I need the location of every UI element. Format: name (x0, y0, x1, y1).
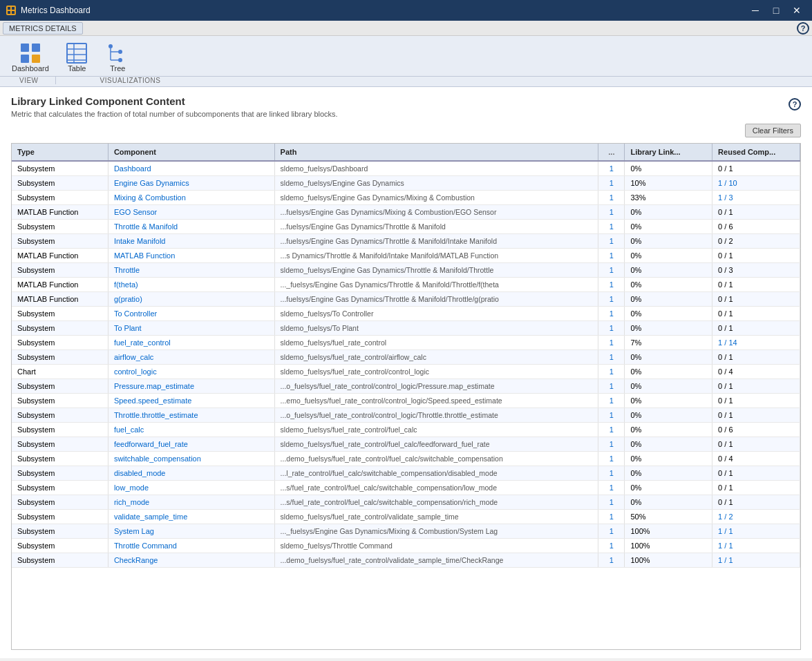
table-button[interactable]: Table (58, 39, 96, 76)
col-dots-header[interactable]: ... (598, 144, 625, 161)
maximize-button[interactable]: □ (766, 2, 786, 19)
cell-dots: 1 (598, 379, 625, 394)
cell-component[interactable]: fuel_calc (108, 423, 274, 437)
cell-component[interactable]: Throttle (108, 263, 274, 278)
component-link[interactable]: g(pratio) (114, 295, 142, 303)
cell-component[interactable]: low_mode (108, 481, 274, 495)
close-button[interactable]: ✕ (787, 2, 806, 19)
cell-component[interactable]: rich_mode (108, 495, 274, 510)
table-icon (66, 42, 88, 64)
table-header-row: Type Component Path ... Library Link... … (12, 144, 800, 161)
col-component-header[interactable]: Component (108, 144, 274, 161)
cell-type: Subsystem (12, 379, 108, 394)
cell-lib: 7% (625, 336, 712, 350)
metrics-details-tab[interactable]: METRICS DETAILS (3, 22, 83, 35)
cell-component[interactable]: validate_sample_time (108, 510, 274, 524)
svg-rect-2 (12, 7, 15, 10)
component-link[interactable]: Speed.speed_estimate (114, 396, 192, 405)
cell-component[interactable]: Engine Gas Dynamics (108, 176, 274, 191)
component-link[interactable]: Throttle & Manifold (114, 222, 178, 231)
cell-component[interactable]: Pressure.map_estimate (108, 379, 274, 394)
component-link[interactable]: disabled_mode (114, 469, 166, 477)
component-link[interactable]: control_logic (114, 367, 157, 376)
cell-component[interactable]: Intake Manifold (108, 234, 274, 249)
cell-component[interactable]: Speed.speed_estimate (108, 394, 274, 408)
component-link[interactable]: feedforward_fuel_rate (114, 440, 188, 448)
cell-path: ...o_fuelsys/fuel_rate_control/control_l… (274, 379, 598, 394)
component-link[interactable]: switchable_compensation (114, 454, 201, 463)
cell-component[interactable]: EGO Sensor (108, 205, 274, 220)
minimize-button[interactable]: ─ (746, 2, 765, 19)
component-link[interactable]: CheckRange (114, 556, 158, 564)
col-type-header[interactable]: Type (12, 144, 108, 161)
cell-component[interactable]: airflow_calc (108, 350, 274, 365)
help-button[interactable]: ? (797, 22, 809, 35)
table-row: Subsystem Throttle & Manifold ...fuelsys… (12, 220, 800, 234)
component-link[interactable]: Throttle Command (114, 542, 177, 550)
cell-component[interactable]: Throttle & Manifold (108, 220, 274, 234)
cell-component[interactable]: Throttle.throttle_estimate (108, 408, 274, 423)
component-link[interactable]: To Controller (114, 309, 157, 318)
component-link[interactable]: Mixing & Combustion (114, 193, 186, 202)
component-link[interactable]: Engine Gas Dynamics (114, 179, 189, 187)
cell-component[interactable]: Throttle Command (108, 539, 274, 553)
cell-lib: 0% (625, 423, 712, 437)
cell-component[interactable]: To Plant (108, 321, 274, 336)
component-link[interactable]: To Plant (114, 324, 142, 332)
component-link[interactable]: f(theta) (114, 280, 138, 289)
content-help-button[interactable]: ? (789, 98, 801, 111)
dashboard-button[interactable]: Dashboard (6, 39, 55, 76)
col-reused-header[interactable]: Reused Comp... (712, 144, 800, 161)
table-row: Subsystem Engine Gas Dynamics sldemo_fue… (12, 176, 800, 191)
cell-dots: 1 (598, 249, 625, 263)
component-link[interactable]: Throttle.throttle_estimate (114, 411, 198, 419)
component-link[interactable]: low_mode (114, 483, 149, 492)
cell-path: ...demo_fuelsys/fuel_rate_control/valida… (274, 553, 598, 568)
cell-type: Subsystem (12, 336, 108, 350)
dashboard-icon (19, 42, 41, 64)
col-lib-header[interactable]: Library Link... (625, 144, 712, 161)
cell-lib: 0% (625, 452, 712, 466)
component-link[interactable]: EGO Sensor (114, 208, 157, 216)
component-link[interactable]: airflow_calc (114, 353, 153, 361)
cell-component[interactable]: CheckRange (108, 553, 274, 568)
cell-reused: 0 / 6 (712, 220, 800, 234)
cell-reused: 0 / 1 (712, 292, 800, 307)
cell-component[interactable]: To Controller (108, 307, 274, 321)
cell-path: ...fuelsys/Engine Gas Dynamics/Mixing & … (274, 205, 598, 220)
component-link[interactable]: rich_mode (114, 498, 149, 506)
cell-component[interactable]: g(pratio) (108, 292, 274, 307)
svg-rect-7 (21, 55, 29, 63)
section-divider (55, 77, 56, 84)
component-link[interactable]: Intake Manifold (114, 237, 166, 245)
table-row: Subsystem Throttle Command sldemo_fuelsy… (12, 539, 800, 553)
cell-component[interactable]: System Lag (108, 524, 274, 539)
cell-component[interactable]: f(theta) (108, 278, 274, 292)
cell-dots: 1 (598, 394, 625, 408)
cell-component[interactable]: control_logic (108, 365, 274, 379)
cell-dots: 1 (598, 510, 625, 524)
component-link[interactable]: Dashboard (114, 164, 151, 173)
cell-type: Subsystem (12, 321, 108, 336)
component-link[interactable]: MATLAB Function (114, 251, 175, 260)
component-link[interactable]: System Lag (114, 527, 154, 535)
component-link[interactable]: Pressure.map_estimate (114, 382, 194, 390)
cell-component[interactable]: Dashboard (108, 161, 274, 176)
cell-component[interactable]: disabled_mode (108, 466, 274, 481)
cell-path: ...l_rate_control/fuel_calc/switchable_c… (274, 466, 598, 481)
cell-type: MATLAB Function (12, 205, 108, 220)
component-link[interactable]: validate_sample_time (114, 512, 187, 521)
cell-reused: 1 / 3 (712, 191, 800, 205)
cell-component[interactable]: MATLAB Function (108, 249, 274, 263)
data-table-container[interactable]: Type Component Path ... Library Link... … (11, 143, 801, 650)
component-link[interactable]: Throttle (114, 266, 140, 274)
tree-button[interactable]: Tree (99, 39, 137, 76)
clear-filters-button[interactable]: Clear Filters (745, 124, 801, 137)
cell-component[interactable]: Mixing & Combustion (108, 191, 274, 205)
col-path-header[interactable]: Path (274, 144, 598, 161)
component-link[interactable]: fuel_rate_control (114, 338, 171, 347)
component-link[interactable]: fuel_calc (114, 425, 144, 434)
cell-component[interactable]: fuel_rate_control (108, 336, 274, 350)
cell-component[interactable]: switchable_compensation (108, 452, 274, 466)
cell-component[interactable]: feedforward_fuel_rate (108, 437, 274, 452)
